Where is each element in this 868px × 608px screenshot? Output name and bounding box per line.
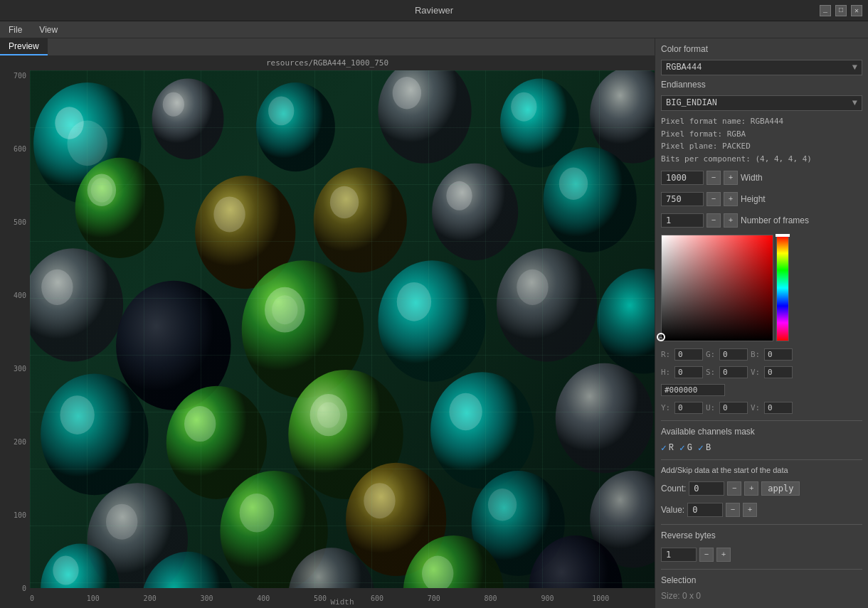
value-row: Value: − + [661,503,862,517]
window-controls: _ □ ✕ [820,5,862,16]
channels-row: ✓ R ✓ G ✓ B [661,442,862,454]
endianess-label: Endianness [661,80,862,90]
channel-b[interactable]: ✓ B [698,442,711,454]
frames-input[interactable] [661,213,704,228]
b-input[interactable] [764,348,793,361]
g-input[interactable] [719,348,748,361]
endianess-arrow: ▼ [852,98,857,108]
color-gradient-area[interactable] [661,235,773,341]
tab-bar: Preview [0,38,655,55]
app-title: Raviewer [415,5,453,16]
color-picker[interactable]: ○ [661,235,789,342]
hsv-row: H: S: V: [661,366,862,378]
hex-row [661,384,862,396]
color-format-value: RGBA444 [666,63,702,73]
width-decrement[interactable]: − [706,171,721,185]
y-label: Y: [661,403,672,412]
x-tick-0: 0 [30,594,34,602]
g-label: G: [706,350,716,359]
value-label: Value: [661,505,684,515]
channel-g-label: G [687,443,692,453]
x-tick-600: 600 [371,594,383,602]
count-decrement[interactable]: − [727,481,741,496]
reverse-bytes-decrement[interactable]: − [699,548,714,562]
v2-label: V: [751,403,761,412]
y-input[interactable] [674,402,703,414]
y-tick-100: 100 [14,511,26,519]
count-input[interactable] [689,481,724,496]
pixel-info-line3: Pixel plane: PACKED [661,140,862,153]
channel-g-check: ✓ [679,442,685,454]
channel-r-label: R [669,443,674,453]
height-increment[interactable]: + [724,192,738,206]
x-tick-800: 800 [485,594,497,602]
r-label: R: [661,350,672,359]
h-input[interactable] [674,366,703,378]
height-input[interactable] [661,192,704,206]
minimize-button[interactable]: _ [820,5,831,16]
channel-g[interactable]: ✓ G [679,442,692,454]
s-input[interactable] [719,366,748,378]
value-decrement[interactable]: − [726,503,740,517]
left-panel: Preview resources/RGBA444_1000_750 0 100… [0,38,655,608]
u-input[interactable] [719,402,748,414]
tab-preview[interactable]: Preview [0,38,48,55]
v2-input[interactable] [764,402,793,414]
apply-button[interactable]: apply [761,481,800,496]
reverse-bytes-increment[interactable]: + [716,548,731,562]
main-content: Preview resources/RGBA444_1000_750 0 100… [0,38,868,608]
frames-decrement[interactable]: − [706,213,721,228]
color-format-arrow: ▼ [852,63,857,73]
right-panel: Color format RGBA444 ▼ Endianness BIG_EN… [655,38,868,608]
u-label: U: [706,403,716,412]
hue-slider[interactable] [776,235,789,341]
width-input[interactable] [661,171,704,185]
s-label: S: [706,368,716,377]
image-title: resources/RGBA444_1000_750 [0,55,655,70]
endianess-dropdown[interactable]: BIG_ENDIAN ▼ [661,95,862,111]
endianess-value: BIG_ENDIAN [666,98,717,108]
channel-b-label: B [706,443,711,453]
divider-1 [661,420,862,421]
v-input[interactable] [764,366,793,378]
hue-indicator [776,234,790,237]
menu-file[interactable]: File [6,23,25,36]
height-row: − + Height [661,192,862,206]
grid-overlay [30,70,655,588]
divider-2 [661,459,862,460]
y-tick-500: 500 [14,218,26,226]
y-tick-400: 400 [14,292,26,299]
menu-bar: File View [0,21,868,38]
hex-input[interactable] [661,384,725,396]
y-axis: 0 100 200 300 400 500 600 700 Height [0,70,30,608]
y-tick-300: 300 [14,365,26,373]
value-input[interactable] [687,503,723,517]
frames-row: − + Number of frames [661,213,862,228]
width-increment[interactable]: + [724,171,738,185]
reverse-bytes-input[interactable] [661,548,697,562]
h-label: H: [661,368,672,377]
restore-button[interactable]: □ [835,5,847,16]
color-format-dropdown[interactable]: RGBA444 ▼ [661,60,862,75]
close-button[interactable]: ✕ [851,5,862,16]
y-tick-700: 700 [14,72,26,80]
count-label: Count: [661,484,686,494]
count-row: Count: − + apply [661,481,862,496]
value-increment[interactable]: + [743,503,757,517]
channel-r[interactable]: ✓ R [661,442,674,454]
height-decrement[interactable]: − [706,192,721,206]
x-tick-900: 900 [541,594,554,602]
count-increment[interactable]: + [744,481,758,496]
channel-b-check: ✓ [698,442,704,454]
menu-view[interactable]: View [36,23,60,36]
reverse-bytes-label: Reverse bytes [661,530,862,540]
x-tick-500: 500 [314,594,327,602]
skip-data-label: Add/Skip data at the start of the data [661,466,862,474]
frames-label: Number of frames [741,215,809,225]
width-label: Width [741,173,763,183]
x-tick-1000: 1000 [592,594,609,602]
r-input[interactable] [674,348,703,361]
selection-label: Selection [661,575,862,585]
frames-increment[interactable]: + [724,213,738,228]
image-viewport [30,70,655,588]
